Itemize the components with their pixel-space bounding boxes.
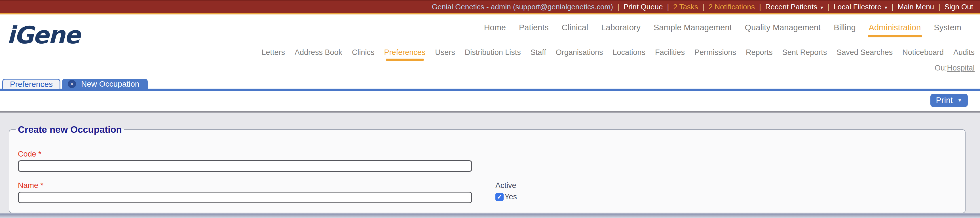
active-field-group: Active ✓ Yes [495,181,517,203]
close-icon[interactable]: ✕ [68,80,76,88]
print-queue-link[interactable]: Print Queue [624,3,663,11]
sub-nav-item-users[interactable]: Users [435,48,455,57]
code-input[interactable] [18,160,472,172]
active-yes-checkbox[interactable]: ✓ [495,193,504,201]
separator: | [702,3,705,11]
sub-nav: Letters Address Book Clinics Preferences… [261,48,975,57]
active-field-label: Active [495,181,517,190]
main-nav-item-home[interactable]: Home [484,23,506,32]
sub-nav-item-preferences[interactable]: Preferences [384,48,426,57]
active-checkbox-row: ✓ Yes [495,193,517,201]
sub-nav-item-staff[interactable]: Staff [531,48,546,57]
org-unit-link[interactable]: Hospital [947,64,975,72]
logged-in-user-info: Genial Genetics - admin (support@genialg… [432,3,613,11]
separator: | [891,3,894,11]
chevron-down-icon: ▾ [821,5,823,11]
separator: | [667,3,669,11]
bottom-shadow-band [0,213,980,218]
tab-preferences[interactable]: Preferences [2,79,60,89]
create-occupation-fieldset: Create new Occupation Code * Name * [9,124,966,213]
top-utility-bar: Genial Genetics - admin (support@genialg… [0,0,980,14]
local-filestore-label: Local Filestore [834,3,881,11]
print-button[interactable]: Print ▼ [931,94,968,107]
main-nav-item-system[interactable]: System [934,23,961,32]
separator: | [938,3,940,11]
main-nav-item-billing[interactable]: Billing [834,23,856,32]
main-menu-link[interactable]: Main Menu [897,3,934,11]
main-nav-item-administration[interactable]: Administration [869,23,921,32]
fieldset-legend: Create new Occupation [16,124,124,135]
tab-bar: Preferences ✕ New Occupation [2,79,148,89]
header: iGene Home Patients Clinical Laboratory … [0,14,980,79]
main-nav-item-patients[interactable]: Patients [519,23,549,32]
sub-nav-item-distribution-lists[interactable]: Distribution Lists [465,48,521,57]
separator: | [759,3,761,11]
main-nav-item-laboratory[interactable]: Laboratory [601,23,641,32]
sub-nav-item-organisations[interactable]: Organisations [556,48,603,57]
sub-nav-item-audits[interactable]: Audits [953,48,975,57]
sub-nav-item-sent-reports[interactable]: Sent Reports [782,48,827,57]
required-marker: * [38,150,41,158]
notifications-link[interactable]: 2 Notifications [709,3,755,11]
sub-nav-item-facilities[interactable]: Facilities [655,48,685,57]
name-label-text: Name [18,181,38,190]
local-filestore-dropdown[interactable]: Local Filestore ▾ [834,3,887,11]
tasks-link[interactable]: 2 Tasks [673,3,698,11]
code-label-text: Code [18,150,36,158]
main-nav-item-quality-management[interactable]: Quality Management [745,23,821,32]
sub-nav-item-locations[interactable]: Locations [612,48,645,57]
name-input[interactable] [18,192,472,203]
sub-nav-item-permissions[interactable]: Permissions [694,48,736,57]
sub-nav-item-saved-searches[interactable]: Saved Searches [837,48,892,57]
sub-nav-item-letters[interactable]: Letters [261,48,285,57]
form-body: Code * Name * Active ✓ [10,135,965,203]
main-nav-item-clinical[interactable]: Clinical [562,23,588,32]
tab-label: New Occupation [81,79,139,88]
name-active-row: Name * Active ✓ Yes [18,181,965,203]
name-field-label: Name * [18,181,472,190]
main-nav: Home Patients Clinical Laboratory Sample… [484,23,961,32]
required-marker: * [41,181,44,190]
chevron-down-icon: ▼ [957,98,962,103]
tab-label: Preferences [10,80,53,89]
org-unit-line: Ou:Hospital [935,64,975,73]
name-field-group: Name * [18,181,472,203]
sub-nav-item-address-book[interactable]: Address Book [294,48,342,57]
print-button-label: Print [936,96,953,105]
recent-patients-label: Recent Patients [765,3,818,11]
sub-nav-item-clinics[interactable]: Clinics [352,48,375,57]
recent-patients-dropdown[interactable]: Recent Patients ▾ [765,3,823,11]
tab-new-occupation[interactable]: ✕ New Occupation [62,79,148,89]
code-field-label: Code * [18,150,965,158]
sub-nav-item-reports[interactable]: Reports [746,48,773,57]
igene-logo: iGene [7,21,80,49]
chevron-down-icon: ▾ [885,5,887,11]
separator: | [827,3,829,11]
main-nav-item-sample-management[interactable]: Sample Management [654,23,732,32]
app-root: Genial Genetics - admin (support@genialg… [0,0,980,218]
separator: | [617,3,619,11]
sign-out-link[interactable]: Sign Out [945,3,973,11]
org-unit-prefix: Ou: [935,64,947,72]
sub-nav-item-noticeboard[interactable]: Noticeboard [902,48,944,57]
active-yes-label: Yes [504,193,517,201]
content-area: Create new Occupation Code * Name * [0,113,980,218]
